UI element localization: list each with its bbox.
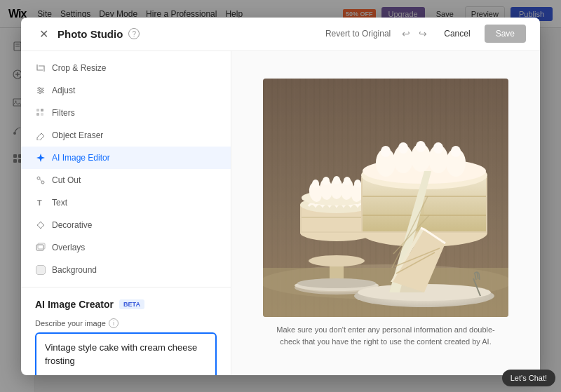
tool-crop[interactable]: Crop & Resize (21, 57, 231, 79)
svg-point-105 (398, 142, 408, 154)
modal-overlay: ✕ Photo Studio ? Revert to Original ↩ ↪ … (0, 0, 561, 392)
svg-point-24 (41, 181, 44, 184)
svg-point-82 (312, 180, 319, 188)
svg-rect-21 (36, 113, 39, 116)
eraser-icon (35, 130, 46, 141)
revert-button[interactable]: Revert to Original (325, 29, 391, 39)
svg-point-85 (344, 177, 351, 185)
tool-background[interactable]: Background (21, 259, 231, 281)
cut-out-icon (35, 175, 46, 186)
ai-panel-header: AI Image Creator BETA (35, 299, 217, 310)
svg-point-18 (39, 91, 41, 93)
modal-title: Photo Studio (58, 28, 123, 40)
svg-point-84 (333, 176, 340, 184)
right-panel: Make sure you don't enter any personal i… (231, 51, 540, 375)
svg-point-107 (433, 142, 443, 154)
undo-redo-group: ↩ ↪ (399, 27, 430, 41)
beta-badge: BETA (119, 299, 144, 309)
tool-decorative[interactable]: Decorative (21, 214, 231, 236)
info-icon[interactable]: i (109, 318, 119, 328)
save-button[interactable]: Save (485, 25, 526, 43)
close-button[interactable]: ✕ (35, 25, 52, 42)
svg-point-89 (297, 278, 376, 288)
svg-point-104 (381, 146, 391, 157)
svg-point-23 (37, 177, 40, 180)
undo-button[interactable]: ↩ (399, 27, 413, 41)
tool-text[interactable]: T Text (21, 191, 231, 214)
svg-point-108 (451, 146, 461, 157)
tool-overlays[interactable]: Overlays (21, 236, 231, 259)
svg-point-86 (354, 180, 361, 188)
left-panel: Crop & Resize Adjust Filte (21, 51, 231, 375)
filters-icon (35, 107, 46, 119)
crop-icon (35, 62, 46, 74)
svg-line-25 (40, 179, 42, 181)
modal-header-right: Revert to Original ↩ ↪ Cancel Save (325, 25, 526, 43)
svg-point-16 (39, 87, 41, 89)
svg-rect-19 (36, 109, 39, 111)
svg-rect-30 (36, 266, 45, 274)
svg-point-83 (323, 177, 330, 185)
svg-point-17 (41, 89, 43, 91)
redo-button[interactable]: ↪ (416, 27, 430, 41)
decorative-icon (35, 219, 46, 231)
tool-ai-image-editor[interactable]: AI Image Editor (21, 147, 231, 169)
ai-title: AI Image Creator (35, 299, 114, 310)
ai-panel: AI Image Creator BETA Describe your imag… (21, 288, 231, 375)
tool-object-eraser[interactable]: Object Eraser (21, 124, 231, 147)
svg-point-70 (309, 255, 365, 266)
svg-line-116 (479, 273, 480, 280)
modal-header: ✕ Photo Studio ? Revert to Original ↩ ↪ … (21, 18, 540, 51)
svg-point-106 (416, 141, 426, 152)
svg-text:T: T (37, 198, 42, 207)
modal-body: Crop & Resize Adjust Filte (21, 51, 540, 375)
cancel-button[interactable]: Cancel (438, 26, 475, 41)
tool-cut-out[interactable]: Cut Out (21, 169, 231, 191)
ai-image-editor-icon (35, 152, 46, 163)
image-caption: Make sure you don't enter any personal i… (266, 324, 505, 347)
tool-list: Crop & Resize Adjust Filte (21, 51, 231, 288)
describe-label: Describe your image i (35, 318, 217, 328)
help-icon[interactable]: ? (128, 28, 140, 39)
editor-background: Wix Site Settings Dev Mode Hire a Profes… (0, 0, 561, 392)
svg-rect-20 (41, 109, 43, 111)
tool-adjust[interactable]: Adjust (21, 79, 231, 102)
cake-image (263, 79, 508, 317)
background-icon (35, 264, 46, 276)
generated-image-container (263, 79, 508, 317)
photo-studio-modal: ✕ Photo Studio ? Revert to Original ↩ ↪ … (21, 18, 540, 375)
text-icon: T (35, 197, 46, 208)
chat-button[interactable]: Let's Chat! (502, 370, 555, 386)
image-description-input[interactable]: Vintage style cake with cream cheese fro… (35, 332, 217, 375)
tool-filters[interactable]: Filters (21, 102, 231, 124)
adjust-icon (35, 85, 46, 96)
overlays-icon (35, 242, 46, 253)
svg-rect-22 (41, 113, 43, 116)
